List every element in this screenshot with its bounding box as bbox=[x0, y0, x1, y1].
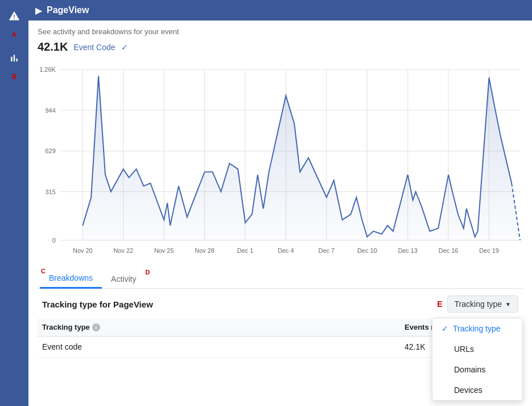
svg-text:Dec 1: Dec 1 bbox=[237, 247, 254, 254]
info-icon-tracking[interactable]: i bbox=[92, 323, 100, 331]
page-title: PageView bbox=[47, 5, 89, 15]
col-tracking-label: Tracking type bbox=[42, 323, 90, 331]
svg-text:315: 315 bbox=[46, 188, 56, 195]
chart-container: 1.26K 944 629 315 0 bbox=[38, 58, 523, 269]
annotation-d: D bbox=[145, 269, 150, 276]
svg-text:Dec 19: Dec 19 bbox=[479, 247, 499, 254]
svg-text:Dec 10: Dec 10 bbox=[357, 247, 377, 254]
dropdown-menu: ✓ Tracking type URLs Domains Devices bbox=[432, 318, 523, 401]
svg-marker-21 bbox=[83, 76, 520, 240]
sidebar-icon-warning[interactable] bbox=[4, 6, 24, 26]
tab-activity[interactable]: Activity D bbox=[102, 270, 145, 288]
sidebar: A B bbox=[0, 0, 28, 406]
subtitle: See activity and breakdowns for your eve… bbox=[38, 27, 523, 36]
svg-text:1.26K: 1.26K bbox=[39, 66, 56, 73]
dropdown-item-urls[interactable]: URLs bbox=[432, 339, 522, 359]
tab-activity-label: Activity bbox=[111, 274, 136, 284]
tracking-type-dropdown-btn[interactable]: Tracking type ▼ bbox=[447, 296, 518, 313]
dropdown-item-label-0: Tracking type bbox=[453, 324, 501, 333]
svg-text:Nov 25: Nov 25 bbox=[154, 247, 174, 254]
svg-text:Nov 28: Nov 28 bbox=[195, 247, 215, 254]
svg-text:Dec 4: Dec 4 bbox=[278, 247, 294, 254]
checkmark-icon: ✓ bbox=[442, 324, 448, 333]
event-code-badge[interactable]: Event Code bbox=[73, 43, 115, 52]
dropdown-item-domains[interactable]: Domains bbox=[432, 359, 522, 380]
tabs: C Breakdowns Activity D bbox=[38, 269, 523, 289]
check-icon: ✓ bbox=[121, 43, 128, 52]
cell-tracking-type: Event code bbox=[42, 342, 405, 351]
dropdown-btn-label: Tracking type bbox=[455, 300, 502, 309]
breakdown-header-row: Tracking type for PageView E Tracking ty… bbox=[38, 296, 523, 318]
sidebar-icon-chart[interactable] bbox=[4, 48, 24, 68]
dropdown-item-label-1: URLs bbox=[454, 345, 474, 354]
main-content: ▶ PageView See activity and breakdowns f… bbox=[28, 0, 532, 406]
svg-text:944: 944 bbox=[46, 107, 56, 114]
chart-svg: 1.26K 944 629 315 0 bbox=[38, 58, 523, 269]
sidebar-label-b: B bbox=[12, 73, 17, 81]
breakdown-title: Tracking type for PageView bbox=[42, 300, 153, 309]
svg-text:0: 0 bbox=[52, 237, 56, 244]
sidebar-label-a: A bbox=[12, 31, 17, 39]
dropdown-item-devices[interactable]: Devices bbox=[432, 380, 522, 400]
stat-value: 42.1K bbox=[38, 40, 68, 54]
tab-breakdowns[interactable]: C Breakdowns bbox=[40, 269, 102, 289]
svg-text:Nov 20: Nov 20 bbox=[73, 247, 93, 254]
annotation-e: E bbox=[437, 300, 442, 309]
header-nav-icon: ▶ bbox=[35, 5, 42, 16]
content-area: See activity and breakdowns for your eve… bbox=[28, 20, 532, 364]
stats-row: 42.1K Event Code ✓ bbox=[38, 40, 523, 54]
header-bar: ▶ PageView bbox=[28, 0, 532, 20]
svg-text:Dec 7: Dec 7 bbox=[319, 247, 335, 254]
svg-text:Dec 16: Dec 16 bbox=[439, 247, 459, 254]
annotation-c: C bbox=[41, 268, 46, 274]
dropdown-item-tracking-type[interactable]: ✓ Tracking type bbox=[432, 318, 522, 339]
svg-text:Nov 22: Nov 22 bbox=[113, 247, 133, 254]
svg-text:Dec 13: Dec 13 bbox=[398, 247, 418, 254]
app-container: A B ▶ PageView See activity and breakdow… bbox=[0, 0, 532, 406]
dropdown-item-label-2: Domains bbox=[454, 365, 485, 374]
tab-breakdowns-label: Breakdowns bbox=[49, 273, 93, 282]
svg-text:629: 629 bbox=[46, 147, 56, 154]
col-header-tracking: Tracking type i bbox=[42, 323, 405, 331]
chevron-down-icon: ▼ bbox=[505, 301, 511, 307]
dropdown-item-label-3: Devices bbox=[454, 386, 482, 395]
